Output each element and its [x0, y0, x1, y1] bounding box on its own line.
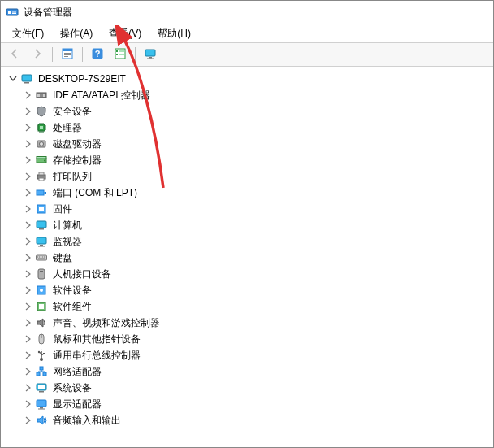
expand-toggle[interactable]	[22, 382, 33, 394]
usb-icon	[35, 349, 48, 362]
svg-rect-23	[43, 94, 46, 97]
svg-rect-65	[39, 391, 44, 393]
sound-icon	[35, 316, 48, 329]
toolbar-monitor[interactable]	[140, 45, 161, 64]
tree-root[interactable]: DESKTOP-7S29EIT	[4, 71, 490, 87]
expand-toggle[interactable]	[22, 317, 33, 328]
svg-rect-38	[39, 228, 44, 230]
svg-rect-37	[37, 221, 46, 228]
svg-rect-7	[64, 54, 71, 55]
svg-rect-15	[119, 54, 124, 55]
svg-rect-34	[37, 190, 44, 195]
expand-toggle[interactable]	[22, 366, 33, 377]
expand-toggle[interactable]	[22, 187, 33, 198]
svg-rect-32	[39, 172, 44, 175]
tree-item[interactable]: 声音、视频和游戏控制器	[4, 315, 490, 331]
svg-rect-59	[43, 353, 45, 354]
expand-toggle[interactable]	[22, 203, 33, 215]
component-icon	[35, 300, 48, 313]
svg-rect-36	[39, 207, 44, 211]
svg-rect-20	[24, 82, 29, 84]
tree-item[interactable]: 安全设备	[4, 103, 490, 120]
keyboard-icon	[35, 251, 48, 264]
expand-toggle[interactable]	[22, 268, 33, 280]
expand-toggle[interactable]	[22, 106, 33, 117]
display-icon	[35, 398, 48, 411]
tree-item-label: 人机接口设备	[51, 267, 113, 282]
toolbar-forward[interactable]	[27, 45, 48, 64]
expand-toggle[interactable]	[7, 73, 19, 85]
expand-toggle[interactable]	[22, 301, 33, 312]
svg-rect-43	[37, 257, 38, 258]
expand-toggle[interactable]	[22, 252, 33, 263]
svg-rect-14	[116, 54, 118, 55]
toolbar-properties[interactable]	[57, 45, 78, 64]
menu-view[interactable]: 查看(V)	[101, 24, 150, 43]
expand-toggle[interactable]	[22, 89, 33, 101]
tree-item[interactable]: 键盘	[4, 250, 490, 266]
svg-rect-22	[37, 94, 40, 97]
tree-item[interactable]: 显示适配器	[4, 396, 490, 412]
tree-item[interactable]: 监视器	[4, 233, 490, 250]
tree-item[interactable]: 计算机	[4, 217, 490, 233]
tree-item-label: 系统设备	[51, 381, 93, 396]
tree-children: IDE ATA/ATAPI 控制器安全设备处理器磁盘驱动器存储控制器打印队列端口…	[4, 87, 490, 428]
expand-toggle[interactable]	[22, 171, 33, 182]
toolbar-help[interactable]: ?	[87, 45, 108, 64]
toolbar-show-hidden[interactable]	[110, 45, 131, 64]
expand-toggle[interactable]	[22, 138, 33, 150]
svg-rect-8	[64, 56, 68, 57]
disk-icon	[35, 137, 48, 150]
expand-toggle[interactable]	[22, 154, 33, 166]
expand-toggle[interactable]	[22, 415, 33, 426]
tree-item[interactable]: 软件设备	[4, 282, 490, 298]
tree-item[interactable]: 固件	[4, 201, 490, 217]
tree-item[interactable]: 打印队列	[4, 168, 490, 185]
device-tree-container[interactable]: DESKTOP-7S29EIT IDE ATA/ATAPI 控制器安全设备处理器…	[1, 67, 493, 447]
tree-item-label: 监视器	[51, 234, 84, 250]
tree-item[interactable]: 人机接口设备	[4, 266, 490, 282]
tree-item[interactable]: IDE ATA/ATAPI 控制器	[4, 87, 490, 103]
monitor-icon	[35, 235, 48, 248]
expand-toggle[interactable]	[22, 285, 33, 296]
tree-item-label: 声音、视频和游戏控制器	[51, 315, 162, 331]
tree-item[interactable]: 通用串行总线控制器	[4, 347, 490, 363]
expand-toggle[interactable]	[22, 398, 33, 410]
tree-item[interactable]: 网络适配器	[4, 363, 490, 380]
port-icon	[35, 186, 48, 199]
tree-item[interactable]: 端口 (COM 和 LPT)	[4, 185, 490, 201]
window-title: 设备管理器	[24, 6, 72, 20]
svg-rect-41	[38, 246, 45, 247]
menu-help[interactable]: 帮助(H)	[150, 24, 199, 43]
svg-rect-47	[44, 257, 45, 258]
tree-item[interactable]: 磁盘驱动器	[4, 136, 490, 152]
properties-icon	[61, 47, 74, 63]
tree-item[interactable]: 处理器	[4, 120, 490, 136]
svg-rect-60	[37, 372, 40, 376]
toolbar-separator	[135, 47, 136, 62]
tree-item-label: 网络适配器	[51, 364, 103, 380]
menu-file[interactable]: 文件(F)	[4, 24, 52, 43]
svg-rect-1	[8, 11, 11, 14]
security-icon	[35, 105, 48, 118]
toolbar: ?	[1, 42, 493, 67]
expand-toggle[interactable]	[22, 333, 33, 345]
expand-toggle[interactable]	[22, 122, 33, 133]
svg-rect-16	[145, 50, 155, 56]
tree-root-label: DESKTOP-7S29EIT	[37, 72, 128, 85]
tree-item[interactable]: 存储控制器	[4, 152, 490, 168]
tree-item[interactable]: 软件组件	[4, 298, 490, 315]
menu-action[interactable]: 操作(A)	[52, 24, 101, 43]
svg-rect-12	[116, 50, 118, 52]
storage-icon	[35, 154, 48, 167]
expand-toggle[interactable]	[22, 350, 33, 361]
tree-item-label: 音频输入和输出	[51, 413, 123, 428]
tree-item[interactable]: 音频输入和输出	[4, 412, 490, 428]
tree-item[interactable]: 系统设备	[4, 380, 490, 396]
svg-point-52	[40, 289, 43, 292]
expand-toggle[interactable]	[22, 220, 33, 231]
svg-rect-67	[40, 407, 43, 409]
toolbar-back[interactable]	[4, 45, 25, 64]
tree-item[interactable]: 鼠标和其他指针设备	[4, 331, 490, 347]
expand-toggle[interactable]	[22, 236, 33, 247]
